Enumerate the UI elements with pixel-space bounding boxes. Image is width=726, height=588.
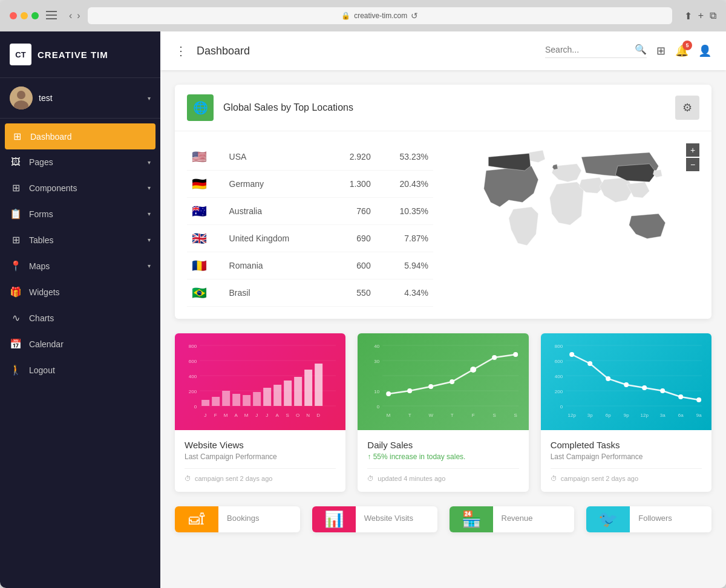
share-button[interactable]: ⬆ [684,10,692,22]
sidebar-item-widgets[interactable]: 🎁 Widgets [0,279,160,305]
zoom-in-button[interactable]: + [686,143,699,157]
sidebar-item-charts[interactable]: ∿ Charts [0,305,160,331]
country-percent: 10.35% [376,198,433,225]
grid-view-button[interactable]: ⊞ [656,44,666,57]
country-percent: 20.43% [376,171,433,198]
followers-stat: 🐦 Followers [586,506,711,532]
sidebar: CT CREATIVE TIM test ▾ ⊞ Dashboard [0,31,160,588]
search-bar: 🔍 [545,44,647,58]
notification-badge: 5 [682,41,692,50]
reload-button[interactable]: ↺ [411,11,418,21]
clock-icon: ⏱ [551,475,557,482]
calendar-icon: 📅 [10,338,22,350]
visits-icon-area: 📊 [312,506,356,532]
sidebar-user[interactable]: test ▾ [0,78,160,119]
sidebar-item-maps[interactable]: 📍 Maps ▾ [0,253,160,279]
sidebar-item-label: Charts [29,313,54,323]
sidebar-item-forms[interactable]: 📋 Forms ▾ [0,201,160,227]
chart-title: Website Views [185,440,336,450]
sidebar-item-components[interactable]: ⊞ Components ▾ [0,175,160,201]
svg-text:600: 600 [554,359,563,364]
svg-text:M: M [387,413,391,418]
svg-text:9a: 9a [696,413,701,418]
settings-button[interactable]: ⚙ [675,96,699,120]
map-zoom-controls: + − [686,143,699,171]
minimize-dot[interactable] [21,12,28,19]
completed-tasks-card: 800 600 400 200 0 [541,333,711,492]
forward-button[interactable]: › [77,10,80,21]
clock-icon: ⏱ [367,475,374,482]
page-title: Dashboard [197,45,535,57]
website-views-card: 800 600 400 200 0 [175,333,345,492]
window-button[interactable]: ⧉ [710,10,716,22]
visits-content: Website Visits [356,506,437,532]
sidebar-item-tables[interactable]: ⊞ Tables ▾ [0,227,160,253]
stats-row: 🛋 Bookings 📊 Website Visits [175,506,711,532]
stat-label: Followers [638,514,703,523]
maximize-dot[interactable] [31,12,39,19]
tasks-line-chart-svg: 800 600 400 200 0 [541,333,711,430]
close-dot[interactable] [10,12,17,19]
daily-sales-info: Daily Sales ↑ 55% increase in today sale… [358,430,528,492]
svg-point-80 [696,397,701,402]
sidebar-item-label: Tables [29,235,53,245]
sidebar-item-label: Widgets [29,287,60,297]
followers-icon-area: 🐦 [586,506,630,532]
header-actions: ⊞ 🔔 5 👤 [656,44,711,57]
svg-text:400: 400 [554,374,563,379]
browser-traffic-lights [10,12,39,19]
dashboard-icon: ⊞ [11,131,23,142]
back-button[interactable]: ‹ [69,10,72,21]
notifications-button[interactable]: 🔔 5 [675,44,688,57]
stat-label: Revenue [502,514,566,523]
svg-text:J: J [266,413,268,418]
country-value: 760 [329,198,376,225]
svg-text:O: O [296,413,299,418]
maps-icon: 📍 [10,260,22,272]
flag-icon: 🇩🇪 [192,177,207,191]
new-tab-button[interactable]: + [698,10,704,22]
svg-point-55 [513,352,518,357]
search-input[interactable] [545,45,630,54]
sidebar-item-label: Forms [29,209,53,219]
chart-footer: ⏱ campaign sent 2 days ago [185,468,336,482]
svg-point-73 [569,352,574,357]
sidebar-toggle-icon[interactable] [46,11,59,21]
avatar [10,87,33,109]
svg-text:0: 0 [194,404,197,410]
sidebar-item-pages[interactable]: 🖼 Pages ▾ [0,149,160,175]
sidebar-item-logout[interactable]: 🚶 Logout [0,357,160,383]
svg-text:12p: 12p [567,413,576,418]
svg-rect-21 [253,392,261,406]
zoom-out-button[interactable]: − [686,158,699,171]
user-profile-button[interactable]: 👤 [698,44,711,57]
sidebar-item-label: Maps [29,261,50,271]
bookings-icon-area: 🛋 [175,506,218,532]
svg-text:A: A [275,413,279,418]
svg-rect-18 [222,391,230,406]
svg-text:6p: 6p [605,413,610,418]
search-icon[interactable]: 🔍 [635,44,647,55]
sidebar-item-calendar[interactable]: 📅 Calendar [0,331,160,357]
sofa-icon: 🛋 [189,510,204,529]
svg-text:M: M [244,413,249,418]
address-bar[interactable]: 🔒 creative-tim.com ↺ [88,7,672,24]
svg-text:M: M [224,413,228,418]
svg-text:200: 200 [554,389,563,394]
flag-icon: 🇬🇧 [192,232,207,245]
footer-text: campaign sent 2 days ago [195,475,272,482]
svg-rect-0 [46,11,57,12]
sidebar-item-dashboard[interactable]: ⊞ Dashboard [5,123,155,149]
chart-footer: ⏱ updated 4 minutes ago [367,468,518,482]
caret-icon: ▾ [148,185,151,191]
svg-text:3p: 3p [587,413,592,418]
forms-icon: 📋 [10,208,22,220]
footer-text: updated 4 minutes ago [378,475,445,482]
tables-icon: ⊞ [10,234,22,246]
svg-rect-25 [294,377,302,406]
sidebar-item-label: Dashboard [30,132,72,142]
menu-button[interactable]: ⋮ [175,44,187,58]
svg-rect-16 [201,400,209,406]
stat-label: Bookings [227,514,292,523]
globe-icon: 🌐 [187,94,214,121]
